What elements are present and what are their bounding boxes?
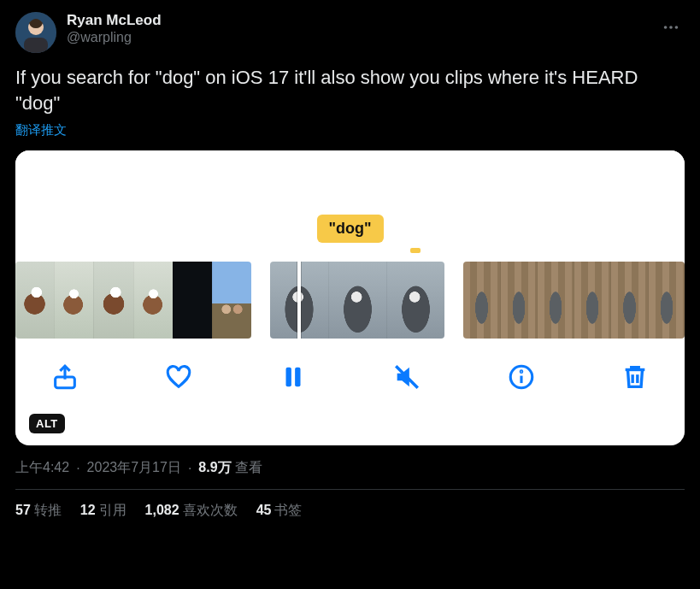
- stat-quotes[interactable]: 12引用: [80, 502, 126, 520]
- stat-number: 45: [256, 503, 272, 517]
- svg-point-4: [669, 26, 673, 29]
- media-card[interactable]: "dog": [15, 150, 685, 445]
- stat-label: 引用: [99, 503, 126, 517]
- svg-rect-2: [24, 38, 48, 53]
- clip-group[interactable]: [463, 262, 685, 339]
- keyword-tick: [410, 248, 421, 253]
- alt-badge[interactable]: ALT: [29, 414, 65, 433]
- meta-date[interactable]: 2023年7月17日: [87, 459, 181, 477]
- media-top: "dog": [15, 150, 685, 262]
- stat-label: 喜欢次数: [183, 503, 238, 517]
- meta-views-label: 查看: [235, 459, 262, 477]
- stat-retweets[interactable]: 57转推: [15, 502, 62, 520]
- mute-button[interactable]: [388, 358, 426, 396]
- info-icon: [507, 362, 536, 392]
- tweet: Ryan McLeod @warpling If you search for …: [0, 0, 700, 520]
- stat-number: 1,082: [145, 503, 179, 517]
- clip-frame: [386, 262, 444, 339]
- clip-frame: [463, 262, 499, 339]
- share-icon: [50, 362, 79, 392]
- keyword-badge: "dog": [316, 215, 383, 243]
- clip-frame: [212, 262, 251, 339]
- timeline-strip: [15, 262, 685, 339]
- clip-frame: [133, 262, 173, 339]
- stat-number: 57: [15, 503, 31, 517]
- speaker-muted-icon: [392, 362, 421, 392]
- clip-frame: [610, 262, 647, 339]
- clip-group[interactable]: [270, 262, 444, 339]
- tweet-meta: 上午4:42 2023年7月17日 8.9万 查看: [15, 459, 685, 477]
- share-button[interactable]: [46, 358, 84, 396]
- clip-frame: [54, 262, 93, 339]
- more-button[interactable]: [656, 12, 686, 43]
- meta-views-number[interactable]: 8.9万: [198, 459, 231, 477]
- clip-frame: [574, 262, 610, 339]
- handle: @warpling: [67, 29, 162, 45]
- clip-frame: [93, 262, 132, 339]
- clip-frame: [648, 262, 685, 339]
- ellipsis-icon: [662, 18, 680, 37]
- svg-point-5: [675, 26, 679, 29]
- tweet-header: Ryan McLeod @warpling: [15, 12, 685, 53]
- tweet-text: If you search for "dog" on iOS 17 it'll …: [15, 65, 685, 115]
- meta-separator: [73, 461, 83, 476]
- clip-frame: [15, 262, 54, 339]
- svg-rect-8: [295, 368, 300, 387]
- display-name: Ryan McLeod: [67, 12, 162, 29]
- avatar[interactable]: [15, 12, 56, 53]
- author-block[interactable]: Ryan McLeod @warpling: [67, 12, 162, 46]
- stat-likes[interactable]: 1,082喜欢次数: [145, 502, 238, 520]
- clip-frame: [173, 262, 212, 339]
- like-button[interactable]: [160, 358, 197, 396]
- svg-point-11: [521, 371, 521, 372]
- svg-rect-7: [285, 368, 291, 387]
- avatar-image: [15, 12, 56, 53]
- trash-icon: [621, 362, 650, 392]
- svg-point-3: [664, 26, 668, 29]
- stat-number: 12: [80, 503, 96, 517]
- info-button[interactable]: [503, 358, 540, 396]
- translate-link[interactable]: 翻译推文: [15, 122, 67, 138]
- pause-icon: [279, 362, 308, 392]
- delete-button[interactable]: [616, 358, 654, 396]
- meta-separator: [185, 461, 195, 476]
- clip-frame: [328, 262, 386, 339]
- heart-icon: [164, 362, 193, 392]
- clip-frame: [537, 262, 574, 339]
- pause-button[interactable]: [274, 358, 312, 396]
- stat-label: 书签: [274, 503, 302, 517]
- stat-label: 转推: [34, 503, 62, 517]
- clip-group[interactable]: [15, 262, 251, 339]
- stat-bookmarks[interactable]: 45书签: [256, 502, 303, 520]
- tweet-stats: 57转推 12引用 1,082喜欢次数 45书签: [15, 490, 685, 520]
- meta-time[interactable]: 上午4:42: [15, 459, 69, 477]
- clip-frame: [500, 262, 537, 339]
- media-toolbar: [15, 339, 685, 415]
- playhead[interactable]: [297, 262, 301, 339]
